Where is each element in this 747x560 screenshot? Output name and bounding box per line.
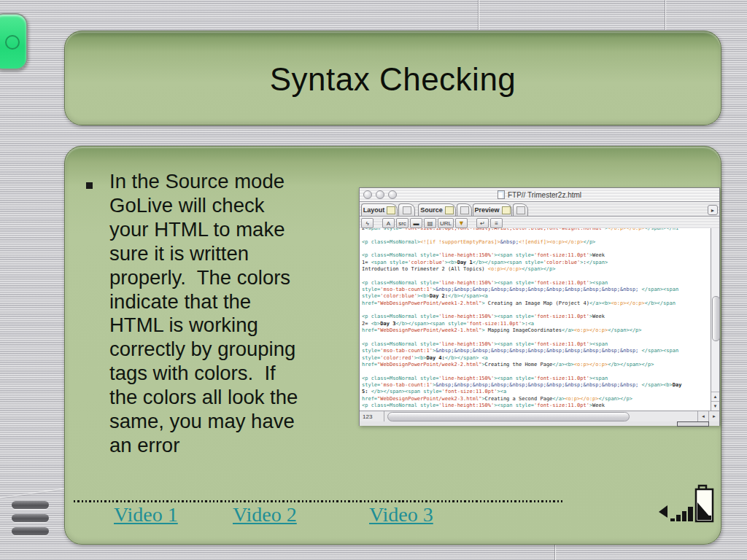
window-bottom-strip — [360, 421, 719, 426]
vertical-scrollbar[interactable]: ▲ ▼ — [711, 228, 719, 411]
scroll-down-icon[interactable]: ▼ — [711, 401, 719, 411]
code-line: <p class=MsoNormal><![if !supportEmptyPa… — [362, 239, 711, 246]
grip-bar — [12, 514, 49, 522]
video-3-link[interactable]: Video 3 — [369, 503, 433, 526]
scrollbar-thumb[interactable] — [712, 296, 720, 341]
metal-seam — [665, 0, 666, 30]
bullet-line: the colors all look the — [109, 386, 298, 410]
window-statusbar: 123 ◄ ► — [360, 411, 719, 421]
code-line: href="WebDesignPowerPoint/week2-1.html">… — [362, 327, 711, 334]
tab-icon — [460, 206, 469, 214]
code-line: <p class=MsoNormal style='line-height:15… — [362, 341, 711, 348]
line-numbers-icon[interactable]: ≡ — [490, 218, 503, 228]
source-tab-icon — [445, 206, 454, 214]
wrap-icon[interactable]: ↵ — [476, 218, 489, 228]
code-line: 5: </b></span><span style='font-size:11.… — [362, 389, 711, 395]
code-line: href="WebDesignPowerPoint/week2-3.html">… — [362, 396, 711, 402]
window-titlebar[interactable]: FTP// Trimester2z.html — [360, 188, 719, 202]
document-icon — [498, 190, 505, 199]
bullet-line: In the Source mode — [109, 170, 298, 194]
code-lines: 2<span style='font-size:12.0pt;font-fami… — [360, 228, 711, 409]
code-line: <p class=MsoNormal style='line-height:15… — [362, 376, 711, 382]
code-line: <p class=MsoNormal style='line-height:15… — [362, 252, 711, 259]
tab-source[interactable]: Source — [418, 203, 456, 216]
url-icon[interactable]: URL — [438, 218, 454, 228]
code-line: 2= <b>Day 3</b></span><span style='font-… — [362, 321, 711, 327]
colorize-icon[interactable]: ▼ — [455, 218, 468, 228]
metal-seam — [478, 0, 479, 30]
table-icon[interactable]: ▤ — [424, 218, 436, 228]
document-tabbar: Layout Source Preview ► — [360, 202, 719, 217]
code-line — [362, 246, 711, 252]
code-line: <p class=MsoNormal style='line-height:15… — [362, 280, 711, 287]
page-title: Syntax Checking — [270, 58, 516, 98]
bullet-line: tags with colors. If — [109, 362, 298, 386]
metal-seam — [0, 488, 67, 499]
bullet-line: correctly by grouping — [109, 338, 298, 362]
slide-stage: Syntax Checking In the Source modeGoLive… — [0, 0, 747, 560]
line-number-badge: 123 — [360, 411, 384, 421]
tab-layout[interactable]: Layout — [361, 203, 398, 216]
code-line: href="WebDesignPowerPoint/week2-2.html">… — [362, 362, 711, 368]
scrollbar-thumb[interactable] — [387, 412, 630, 421]
line-break-icon[interactable]: ▬ — [410, 218, 422, 228]
video-1-link[interactable]: Video 1 — [114, 503, 178, 526]
bullet-line: indicate that the — [109, 290, 298, 314]
menu-grip-button[interactable] — [12, 501, 49, 540]
code-line: style='mso-tab-count:1'>&nbsp;&nbsp;&nbs… — [362, 287, 711, 293]
code-line: <p class=MsoNormal style='line-height:15… — [362, 402, 711, 409]
code-line: Introduction to Trimester 2 (All Topics)… — [362, 266, 711, 273]
code-line: 2<span style='font-size:12.0pt;font-fami… — [362, 228, 711, 232]
scroll-right-icon[interactable]: ► — [708, 411, 719, 421]
grip-bar — [12, 501, 49, 509]
dotted-divider — [74, 500, 564, 502]
code-line: 1= <span style='color:blue'><b>Day 1</b>… — [362, 260, 711, 266]
preview-tab-icon — [502, 206, 511, 214]
status-icons — [657, 483, 723, 527]
layout-tab-icon — [387, 206, 395, 214]
slide-content: In the Source modeGoLive will checkyour … — [64, 146, 721, 545]
metal-seam — [554, 544, 556, 560]
code-line: style='mso-tab-count:1'>&nbsp;&nbsp;&nbs… — [362, 348, 711, 354]
code-line — [362, 273, 711, 279]
bullet-line: sure it is written — [109, 242, 298, 266]
tab-source-alt[interactable] — [457, 203, 472, 216]
code-line: style='color:blue'><b>Day 2:</b></span><… — [362, 293, 711, 300]
tab-overflow-button[interactable]: ► — [708, 205, 718, 215]
tab-preview[interactable]: Preview — [473, 203, 512, 216]
bullet-marker — [86, 182, 93, 189]
font-icon[interactable]: A — [382, 218, 395, 228]
tab-preview-alt[interactable] — [513, 203, 528, 216]
golive-window: FTP// Trimester2z.html Layout Source Pre… — [359, 187, 720, 426]
horizontal-scrollbar[interactable] — [384, 411, 697, 421]
circle-icon — [5, 35, 20, 50]
code-line — [362, 307, 711, 314]
code-line: <p class=MsoNormal style='line-height:15… — [362, 314, 711, 320]
player-green-button[interactable] — [0, 13, 28, 70]
slide-title-bar: Syntax Checking — [64, 31, 721, 125]
bullet-line: an error — [109, 434, 298, 458]
code-line: style='mso-tab-count:1'>&nbsp;&nbsp;&nbs… — [362, 382, 711, 389]
tab-layout-alt[interactable] — [398, 203, 415, 216]
code-line: style='color:red'><b>Day 4:</b></span> <… — [362, 355, 711, 362]
window-title: FTP// Trimester2z.html — [360, 190, 719, 199]
bullet-line: HTML is working — [109, 314, 298, 338]
tab-icon — [516, 206, 525, 214]
code-editor[interactable]: 2<span style='font-size:12.0pt;font-fami… — [360, 228, 711, 411]
code-line: href="WebDesignPowerPoint/week1-2.html">… — [362, 300, 711, 307]
bullet-line: properly. The colors — [109, 266, 298, 290]
check-syntax-icon[interactable]: ϟ — [361, 218, 374, 228]
video-2-link[interactable]: Video 2 — [233, 503, 297, 526]
src-icon[interactable]: src — [396, 218, 409, 228]
speaker-volume-icon — [659, 505, 693, 521]
bullet-line: same, you may have — [109, 410, 298, 434]
scroll-left-icon[interactable]: ◄ — [697, 411, 708, 421]
grip-bar — [12, 527, 49, 535]
scroll-up-icon[interactable]: ▲ — [711, 392, 719, 401]
resize-handle[interactable] — [677, 421, 709, 427]
bullet-text: In the Source modeGoLive will checkyour … — [109, 170, 298, 458]
battery-icon — [696, 486, 713, 521]
code-line — [362, 335, 711, 341]
bullet-line: GoLive will check — [109, 194, 298, 218]
bullet-line: your HTML to make — [109, 218, 298, 242]
